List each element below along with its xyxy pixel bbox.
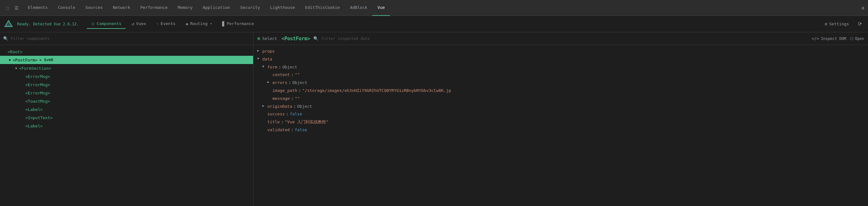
vuex-icon: ↺: [131, 21, 134, 26]
inspector-header: ⊕ Select <PostForm> 🔍 </> Inspect DOM ⬡ …: [253, 32, 868, 45]
tab-console[interactable]: Console: [53, 0, 81, 16]
inspect-dom-btn[interactable]: </> Inspect DOM: [812, 36, 846, 41]
vue-right-buttons: ⚙ Settings ⟳: [821, 20, 864, 29]
postform-comp-name: <PostForm>: [13, 58, 37, 62]
props-arrow-icon[interactable]: ▶: [257, 48, 262, 53]
content-value: "": [295, 71, 300, 78]
tab-elements[interactable]: Elements: [23, 0, 53, 16]
tree-item-errormsg-1[interactable]: <ErrorMsg>: [0, 72, 253, 81]
inspect-element-btn[interactable]: ⬚: [4, 4, 11, 12]
toastmsg-comp-name: <ToastMsg>: [25, 99, 50, 104]
errormsg3-comp-name: <ErrorMsg>: [25, 91, 50, 95]
devtools-gear-btn[interactable]: ⚙: [859, 4, 867, 12]
nav-routing[interactable]: ◈ Routing ▾: [181, 19, 216, 29]
data-row-origindata[interactable]: ▶ originData : Object: [257, 103, 864, 111]
tab-editthiscookie[interactable]: EditThisCookie: [300, 0, 345, 16]
tree-item-label-1[interactable]: <Label>: [0, 105, 253, 114]
filter-icon: 🔍: [3, 36, 8, 41]
data-row-content: content : "": [257, 71, 864, 79]
tree-item-inputtext[interactable]: <InputText>: [0, 114, 253, 122]
left-panel: 🔍 <Root> ▼ <PostForm> = $vm0 ▼ <FormSect…: [0, 32, 253, 206]
errors-type: Object: [292, 80, 307, 86]
content-key: content: [273, 71, 290, 78]
form-arrow-icon[interactable]: ▼: [262, 64, 267, 69]
root-comp-name: <Root>: [8, 50, 23, 54]
select-cursor-icon: ⊕: [257, 35, 260, 41]
errors-colon: :: [288, 80, 291, 86]
origindata-arrow-icon[interactable]: ▶: [262, 103, 267, 108]
select-btn[interactable]: ⊕ Select: [257, 35, 277, 41]
form-type: Object: [282, 64, 297, 71]
tree-item-postform[interactable]: ▼ <PostForm> = $vm0: [0, 56, 253, 64]
tab-sources[interactable]: Sources: [80, 0, 108, 16]
events-icon: ⁖: [156, 21, 159, 26]
tree-item-toastmsg[interactable]: <ToastMsg>: [0, 97, 253, 105]
tree-item-root[interactable]: <Root>: [0, 48, 253, 56]
label2-comp-name: <Label>: [25, 124, 43, 128]
inspector-right-buttons: </> Inspect DOM ⬡ Open: [812, 36, 864, 41]
filter-components-input[interactable]: [11, 36, 250, 41]
postform-arrow-icon: ▼: [8, 58, 12, 62]
postform-var: = $vm0: [39, 58, 53, 62]
settings-btn[interactable]: ⚙ Settings: [821, 20, 853, 28]
data-row-form[interactable]: ▼ form : Object: [257, 63, 864, 71]
success-key: success: [267, 111, 285, 118]
filter-bar: 🔍: [0, 32, 253, 45]
props-key: props: [262, 48, 275, 55]
errors-arrow-icon[interactable]: ▶: [267, 80, 272, 85]
validated-key: validated: [267, 127, 289, 134]
main-content: 🔍 <Root> ▼ <PostForm> = $vm0 ▼ <FormSect…: [0, 32, 868, 206]
image-path-value: "/storage/images/eh3nHZiY9GRIhUTCQ0YRYG1…: [302, 87, 451, 94]
devtools-icon-buttons: ⬚ ☰: [1, 4, 23, 12]
tab-adblock[interactable]: AdBlock: [345, 0, 373, 16]
component-tree: <Root> ▼ <PostForm> = $vm0 ▼ <FormSectio…: [0, 45, 253, 206]
image-path-colon: :: [299, 87, 301, 94]
inspector-component-name: <PostForm>: [282, 36, 310, 41]
routing-chevron-icon: ▾: [210, 22, 212, 25]
title-colon: :: [281, 119, 283, 125]
nav-vuex[interactable]: ↺ Vuex: [127, 19, 151, 29]
tab-performance[interactable]: Performance: [135, 0, 173, 16]
form-key: form: [267, 64, 277, 71]
devtools-tab-bar: ⬚ ☰ Elements Console Sources Network Per…: [0, 0, 868, 16]
nav-components[interactable]: ⊹ Components: [87, 19, 126, 29]
data-row-validated: validated : false: [257, 126, 864, 134]
tab-network[interactable]: Network: [108, 0, 135, 16]
formsection-arrow-icon: ▼: [14, 66, 19, 70]
message-colon: :: [291, 95, 294, 102]
open-btn[interactable]: ⬡ Open: [850, 36, 864, 41]
tree-item-formsection[interactable]: ▼ <FormSection>: [0, 64, 253, 72]
image-path-key: image_path: [273, 87, 297, 94]
device-toolbar-btn[interactable]: ☰: [13, 4, 20, 12]
filter-data-input[interactable]: [321, 36, 808, 41]
tab-security[interactable]: Security: [235, 0, 265, 16]
content-colon: :: [291, 71, 294, 78]
vue-logo-icon: [4, 19, 13, 29]
nav-performance[interactable]: ▊ Performance: [218, 19, 258, 29]
inputtext-comp-name: <InputText>: [25, 115, 53, 120]
tree-item-label-2[interactable]: <Label>: [0, 122, 253, 130]
tab-vue[interactable]: Vue: [372, 0, 390, 16]
title-value: "Vue 入门到实战教程": [285, 119, 329, 125]
origindata-colon: :: [293, 103, 296, 110]
open-external-icon: ⬡: [850, 36, 853, 41]
open-label: Open: [855, 36, 864, 41]
data-row-errors[interactable]: ▶ errors : Object: [257, 79, 864, 87]
nav-events[interactable]: ⁖ Events: [152, 19, 180, 29]
nav-events-label: Events: [161, 21, 176, 26]
message-key: message: [273, 95, 290, 102]
tab-application[interactable]: Application: [198, 0, 235, 16]
title-key: title: [267, 119, 280, 125]
validated-colon: :: [291, 127, 293, 134]
refresh-btn[interactable]: ⟳: [855, 20, 864, 29]
data-row-props[interactable]: ▶ props: [257, 48, 864, 55]
inspector-search-icon[interactable]: 🔍: [313, 36, 318, 41]
tab-memory[interactable]: Memory: [173, 0, 198, 16]
data-key: data: [262, 56, 272, 63]
form-colon: :: [278, 64, 281, 71]
data-row-data[interactable]: ▼ data: [257, 55, 864, 63]
tree-item-errormsg-2[interactable]: <ErrorMsg>: [0, 81, 253, 89]
tab-lighthouse[interactable]: Lighthouse: [265, 0, 300, 16]
data-arrow-icon[interactable]: ▼: [257, 56, 262, 61]
tree-item-errormsg-3[interactable]: <ErrorMsg>: [0, 89, 253, 97]
